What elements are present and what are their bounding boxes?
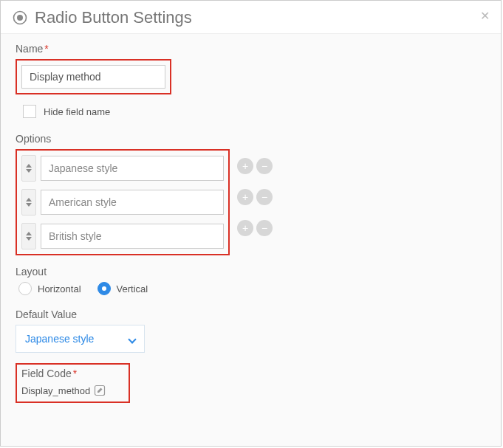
dialog-body: Name* Hide field name Options (1, 34, 501, 445)
radio-button-icon (13, 10, 27, 25)
option-input[interactable] (41, 224, 224, 249)
required-mark: * (73, 368, 77, 379)
edit-icon[interactable] (93, 384, 106, 397)
option-row (21, 189, 224, 216)
hide-field-name-label: Hide field name (44, 106, 110, 117)
default-value-select[interactable]: Japanese style (16, 325, 145, 353)
layout-horizontal-label: Horizontal (38, 283, 81, 294)
plus-icon: + (242, 223, 248, 233)
option-actions: + − (237, 158, 273, 174)
option-row (21, 155, 224, 182)
layout-vertical-radio[interactable] (97, 282, 111, 295)
drag-handle-icon[interactable] (21, 155, 36, 182)
layout-radio-group: Horizontal Vertical (18, 282, 486, 295)
default-value-text: Japanese style (25, 333, 94, 345)
field-code-highlight-box: Field Code* Display_method (16, 363, 130, 403)
field-code-label: Field Code* (21, 368, 123, 379)
layout-vertical-label: Vertical (117, 283, 148, 294)
option-input[interactable] (41, 156, 224, 181)
plus-icon: + (242, 161, 248, 171)
plus-icon: + (242, 192, 248, 202)
layout-label: Layout (16, 266, 486, 278)
add-option-button[interactable]: + (237, 158, 253, 174)
hide-field-name-row: Hide field name (23, 105, 486, 118)
add-option-button[interactable]: + (237, 220, 253, 236)
required-mark: * (44, 43, 48, 55)
drag-handle-icon[interactable] (21, 189, 36, 216)
option-row (21, 223, 224, 249)
option-action-column: + − + − + − (230, 149, 273, 236)
add-option-button[interactable]: + (237, 189, 253, 205)
close-button[interactable]: ✕ (476, 7, 493, 24)
field-code-value: Display_method (21, 385, 90, 396)
dialog-header: Radio Button Settings ✕ (1, 1, 501, 34)
minus-icon: − (261, 223, 267, 233)
close-icon: ✕ (480, 9, 490, 23)
minus-icon: − (261, 161, 267, 171)
remove-option-button[interactable]: − (256, 220, 273, 236)
default-value-label: Default Value (16, 309, 486, 320)
drag-handle-icon[interactable] (21, 223, 36, 249)
minus-icon: − (261, 192, 267, 202)
hide-field-name-checkbox[interactable] (23, 105, 36, 118)
options-label: Options (16, 133, 486, 145)
field-code-row: Display_method (21, 384, 123, 397)
remove-option-button[interactable]: − (256, 189, 273, 205)
layout-vertical-item: Vertical (97, 282, 148, 295)
option-actions: + − (237, 220, 273, 236)
name-input[interactable] (21, 65, 165, 89)
chevron-down-icon (129, 333, 135, 345)
option-input[interactable] (41, 190, 224, 215)
name-highlight-box (16, 59, 171, 94)
options-row-0: + − + − + − (16, 149, 486, 266)
dialog-title: Radio Button Settings (35, 8, 192, 27)
layout-horizontal-radio[interactable] (18, 282, 32, 295)
layout-horizontal-item: Horizontal (18, 282, 81, 295)
name-label: Name* (16, 43, 486, 55)
remove-option-button[interactable]: − (256, 158, 273, 174)
option-actions: + − (237, 189, 273, 205)
svg-point-1 (17, 15, 23, 21)
options-highlight-box (16, 149, 230, 255)
radio-button-settings-dialog: Radio Button Settings ✕ Name* Hide field… (0, 0, 502, 447)
